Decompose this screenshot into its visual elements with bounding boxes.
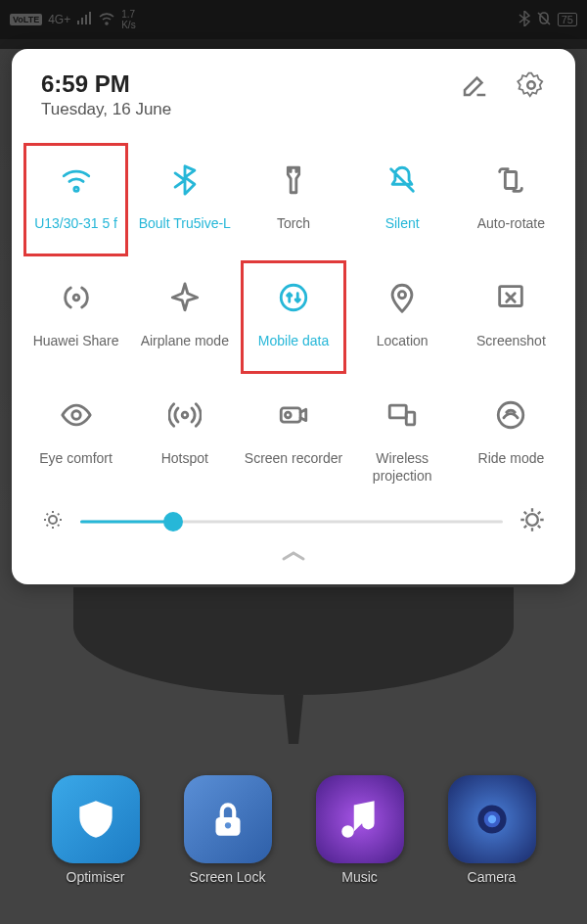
- wifi-icon: [60, 153, 93, 208]
- app-label: Music: [341, 869, 378, 885]
- tile-label: Ride mode: [478, 450, 545, 468]
- app-lock[interactable]: Screen Lock: [184, 775, 272, 885]
- clock-date: Tuesday, 16 June: [41, 100, 171, 119]
- tile-screenshot[interactable]: Screenshot: [457, 258, 565, 376]
- music-icon: [316, 775, 404, 863]
- svg-point-1: [224, 822, 230, 828]
- svg-point-9: [399, 292, 406, 299]
- app-label: Camera: [468, 869, 517, 885]
- tile-label: U13/30-31 5 f: [34, 215, 117, 233]
- location-icon: [385, 270, 419, 325]
- tile-location[interactable]: Location: [348, 258, 457, 376]
- app-label: Optimiser: [67, 869, 125, 885]
- tile-hotspot[interactable]: Hotspot: [130, 376, 239, 496]
- app-music[interactable]: Music: [316, 775, 404, 885]
- tile-label: Boult Tru5ive-L: [139, 215, 231, 233]
- torch-icon: [277, 153, 310, 208]
- hotspot-icon: [168, 388, 202, 442]
- svg-rect-6: [506, 172, 517, 189]
- clock-time: 6:59 PM: [41, 70, 171, 98]
- shield-icon: [52, 775, 140, 863]
- tile-projection[interactable]: Wireless projection: [348, 376, 457, 496]
- tile-silent[interactable]: Silent: [348, 141, 457, 258]
- svg-rect-15: [389, 405, 406, 418]
- screenshot-icon: [494, 270, 527, 325]
- brightness-high-icon: [519, 506, 546, 537]
- tile-torch[interactable]: Torch: [239, 141, 347, 258]
- svg-point-14: [285, 412, 291, 418]
- tile-label: Silent: [385, 215, 420, 233]
- edit-icon[interactable]: [460, 70, 489, 104]
- brightness-row: [22, 496, 565, 541]
- brightness-slider[interactable]: [80, 510, 503, 533]
- svg-point-18: [49, 516, 57, 524]
- collapse-chevron-icon[interactable]: [22, 549, 565, 567]
- tile-recorder[interactable]: Screen recorder: [239, 376, 347, 496]
- brightness-low-icon: [41, 508, 65, 535]
- svg-rect-16: [406, 412, 415, 425]
- svg-point-19: [526, 514, 538, 526]
- app-label: Screen Lock: [190, 869, 266, 885]
- app-camera[interactable]: Camera: [448, 775, 536, 885]
- tile-rotate[interactable]: Auto-rotate: [457, 141, 565, 258]
- ride-icon: [494, 388, 527, 442]
- svg-point-7: [73, 295, 79, 300]
- tile-label: Screenshot: [476, 333, 546, 350]
- settings-icon[interactable]: [517, 70, 546, 104]
- quick-settings-panel: 6:59 PM Tuesday, 16 June U13/30-31 5 fBo…: [12, 49, 575, 584]
- app-shield[interactable]: Optimiser: [52, 775, 140, 885]
- tile-label: Auto-rotate: [477, 215, 545, 233]
- tile-wifi[interactable]: U13/30-31 5 f: [22, 141, 130, 258]
- tile-label: Location: [377, 333, 429, 350]
- tile-label: Huawei Share: [33, 333, 119, 350]
- lock-icon: [184, 775, 272, 863]
- tile-label: Screen recorder: [245, 450, 342, 468]
- share-icon: [60, 270, 93, 325]
- airplane-icon: [168, 270, 202, 325]
- tile-label: Eye comfort: [39, 450, 113, 468]
- tile-bluetooth[interactable]: Boult Tru5ive-L: [130, 141, 239, 258]
- svg-point-11: [71, 411, 80, 420]
- projection-icon: [385, 388, 419, 442]
- tile-mobiledata[interactable]: Mobile data: [239, 258, 347, 376]
- recorder-icon: [277, 388, 310, 442]
- rotate-icon: [494, 153, 527, 208]
- svg-point-4: [487, 815, 495, 823]
- mobiledata-icon: [277, 270, 310, 325]
- svg-point-5: [527, 81, 535, 89]
- tile-label: Mobile data: [258, 333, 329, 350]
- app-dock: OptimiserScreen LockMusicCamera: [0, 775, 587, 885]
- silent-icon: [385, 153, 419, 208]
- tile-label: Hotspot: [161, 450, 208, 468]
- tiles-grid: U13/30-31 5 fBoult Tru5ive-LTorchSilentA…: [22, 141, 565, 496]
- tile-eye[interactable]: Eye comfort: [22, 376, 130, 496]
- svg-point-8: [281, 285, 306, 310]
- tile-label: Airplane mode: [141, 333, 229, 350]
- svg-point-12: [182, 412, 188, 418]
- tile-share[interactable]: Huawei Share: [22, 258, 130, 376]
- tile-label: Torch: [277, 215, 310, 233]
- tile-label: Wireless projection: [350, 450, 455, 485]
- bluetooth-icon: [168, 153, 202, 208]
- camera-icon: [448, 775, 536, 863]
- eye-icon: [60, 388, 93, 442]
- tile-ride[interactable]: Ride mode: [457, 376, 565, 496]
- tile-airplane[interactable]: Airplane mode: [130, 258, 239, 376]
